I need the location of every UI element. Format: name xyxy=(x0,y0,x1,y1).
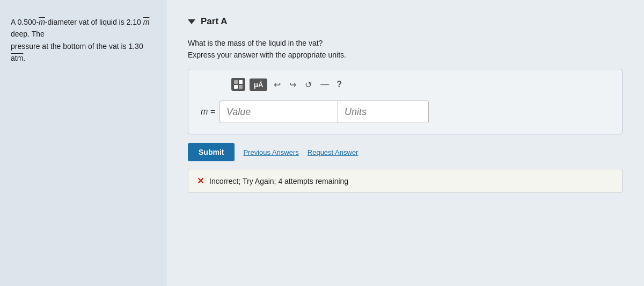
feedback-message: Incorrect; Try Again; 4 attempts remaini… xyxy=(209,177,348,185)
input-row: m = xyxy=(199,101,611,123)
submit-button[interactable]: Submit xyxy=(188,143,235,161)
toolbar: μÅ ↩ ↪ ↺ — ? xyxy=(199,78,611,91)
question-line2: Express your answer with the appropriate… xyxy=(188,51,623,59)
grid-button[interactable] xyxy=(231,78,245,91)
chevron-down-icon[interactable] xyxy=(188,19,195,24)
answer-box: μÅ ↩ ↪ ↺ — ? m = xyxy=(188,69,623,134)
value-input[interactable] xyxy=(219,101,338,123)
problem-text: A 0.500-m-diameter vat of liquid is 2.10… xyxy=(11,16,155,65)
m-label: m = xyxy=(199,107,215,117)
help-button[interactable]: ? xyxy=(336,80,342,89)
previous-answers-button[interactable]: Previous Answers xyxy=(243,148,298,156)
incorrect-icon: ✕ xyxy=(197,176,204,186)
mu-button[interactable]: μÅ xyxy=(250,78,267,91)
question-line1: What is the mass of the liquid in the va… xyxy=(188,39,623,47)
refresh-button[interactable]: ↺ xyxy=(303,78,314,91)
undo-button[interactable]: ↩ xyxy=(272,78,283,91)
left-panel: A 0.500-m-diameter vat of liquid is 2.10… xyxy=(0,0,166,286)
units-input[interactable] xyxy=(338,101,429,123)
redo-button[interactable]: ↪ xyxy=(287,78,298,91)
right-panel: Part A What is the mass of the liquid in… xyxy=(166,0,644,286)
feedback-box: ✕ Incorrect; Try Again; 4 attempts remai… xyxy=(188,169,623,193)
part-title: Part A xyxy=(201,16,227,27)
grid-icon xyxy=(234,80,243,89)
bottom-row: Submit Previous Answers Request Answer xyxy=(188,143,623,161)
part-header: Part A xyxy=(188,16,623,27)
minus-button[interactable]: — xyxy=(318,78,331,90)
request-answer-button[interactable]: Request Answer xyxy=(308,148,358,156)
